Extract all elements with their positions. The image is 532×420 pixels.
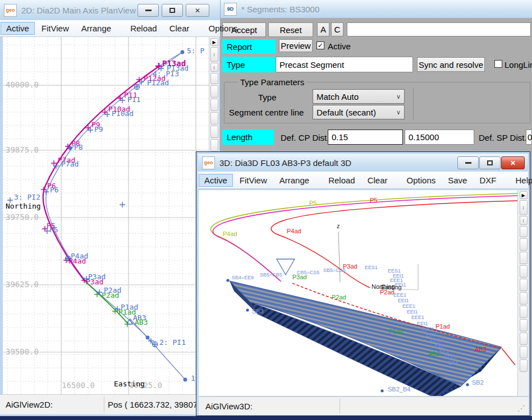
- a-button[interactable]: A: [317, 22, 329, 36]
- expand-toolbar-button[interactable]: ▶: [520, 191, 528, 199]
- point-label: 3: PI2: [14, 193, 40, 201]
- centre-line-value: Default (secant): [317, 108, 376, 117]
- minimize-button[interactable]: [137, 4, 159, 17]
- axis-triad: [338, 232, 418, 290]
- type-value-field[interactable]: Precast Segment: [276, 57, 413, 72]
- view3d-statusbar: AiGlView3D: ⋰: [199, 396, 529, 415]
- sync-and-resolve-button[interactable]: Sync and resolve: [417, 57, 485, 72]
- view3d-canvas[interactable]: P5P5P4adP4adzP3adEES1EES1EEt1EEE1EEt1SB4…: [199, 190, 517, 396]
- close-button[interactable]: ✕: [186, 4, 209, 17]
- menu-item-reload[interactable]: Reload: [125, 22, 163, 35]
- cp-dist-resolved-field: 0.15000: [405, 130, 474, 145]
- point-label: P4ad: [68, 257, 86, 265]
- segments-titlebar[interactable]: 9D * Segments: BS3000: [220, 0, 532, 18]
- model-label: EEt1: [417, 321, 428, 326]
- point-label: P12ad: [147, 79, 169, 86]
- tool-slot-button[interactable]: [520, 333, 528, 345]
- model-label: AB3: [475, 347, 487, 353]
- tool-slot-button[interactable]: [520, 252, 528, 264]
- toolbar-text-field[interactable]: [347, 22, 531, 36]
- model-label: P4ad: [287, 228, 301, 234]
- tool-slider[interactable]: [520, 226, 528, 237]
- menu-item-arrange[interactable]: Arrange: [76, 22, 117, 35]
- model-label: SB2: [472, 380, 484, 386]
- model-label: AB3: [428, 351, 440, 357]
- tool-slot-button[interactable]: [210, 112, 218, 124]
- y-axis-tick-label: 39500.0: [6, 347, 39, 356]
- point-label: P9: [94, 126, 103, 133]
- tool-slider[interactable]: [210, 73, 218, 84]
- c-button[interactable]: C: [331, 22, 343, 36]
- menu-item-help[interactable]: Help: [510, 174, 532, 187]
- model-label: EEE1: [411, 315, 424, 320]
- bridge-deck: [230, 281, 502, 396]
- view3d-window[interactable]: geo 3D: Dia3D FL03 AB3-P3 default 3D ✕ A…: [196, 151, 530, 416]
- menu-item-save[interactable]: Save: [442, 174, 473, 187]
- type-parameters-legend: Type Parameters: [238, 77, 306, 87]
- model-label: EEE1: [393, 293, 406, 298]
- reset-button[interactable]: Reset: [268, 22, 313, 37]
- point-marker: [146, 336, 150, 340]
- longline-checkbox[interactable]: [494, 60, 502, 68]
- tool-button-dots[interactable]: ⁝: [520, 200, 528, 215]
- menu-item-arrange[interactable]: Arrange: [274, 174, 315, 187]
- match-type-dropdown[interactable]: Match Auto ∨: [313, 89, 405, 104]
- tool-slot-button[interactable]: [520, 346, 528, 358]
- close-button[interactable]: ✕: [501, 156, 525, 169]
- maximize-button[interactable]: [479, 156, 501, 169]
- planview-menubar: ActiveFitViewArrangeReloadClearOptions: [0, 20, 220, 37]
- tool-button-dots[interactable]: ⁝: [210, 47, 218, 62]
- planview-plot-canvas[interactable]: 5: PP13adP13ad4: PI3P12adP12adP11P11P10a…: [3, 37, 209, 394]
- def-sp-dist-label: Def. SP Dist.: [479, 133, 527, 142]
- tool-slot-button[interactable]: [210, 139, 218, 151]
- alignment-curves: [43, 52, 185, 380]
- point-label: P3ad: [86, 278, 103, 285]
- tool-slot-button[interactable]: [210, 99, 218, 111]
- menu-item-options[interactable]: Options: [203, 22, 244, 35]
- minimize-button[interactable]: [457, 156, 479, 169]
- menu-item-dxf[interactable]: DXF: [474, 174, 502, 187]
- tool-slot-button[interactable]: [520, 359, 528, 372]
- view3d-status-label: AiGlView3D:: [205, 401, 253, 411]
- menu-item-fitview[interactable]: FitView: [36, 22, 75, 35]
- active-checkbox[interactable]: ✓: [317, 41, 324, 49]
- menu-item-options[interactable]: Options: [401, 174, 442, 187]
- tool-slot-button[interactable]: [520, 279, 528, 291]
- menu-item-clear[interactable]: Clear: [362, 174, 393, 187]
- chevron-down-icon: ∨: [396, 109, 401, 116]
- menu-item-fitview[interactable]: FitView: [234, 174, 273, 187]
- model-label: P2ad: [380, 289, 395, 296]
- tool-slot-button[interactable]: [520, 265, 528, 278]
- centre-line-dropdown[interactable]: Default (secant) ∨: [313, 105, 405, 119]
- tool-slot-button[interactable]: [520, 292, 528, 304]
- menu-item-clear[interactable]: Clear: [164, 22, 195, 35]
- planview-2d-window[interactable]: geo 2D: Dia2D Main Axis PlanView ✕ Activ…: [0, 0, 221, 416]
- cp-dist-input[interactable]: 0.15: [328, 130, 403, 145]
- centre-line-label: Segment centre line: [229, 108, 304, 117]
- expand-toolbar-button[interactable]: ▶: [210, 38, 218, 46]
- point-label: P8: [74, 144, 83, 151]
- tool-slot-button[interactable]: [520, 238, 528, 251]
- tool-slot-button[interactable]: [210, 126, 218, 138]
- menu-item-active[interactable]: Active: [199, 174, 233, 187]
- menu-item-active[interactable]: Active: [1, 22, 35, 35]
- model-label: EEE4: [430, 338, 443, 343]
- model-label: z: [337, 223, 340, 229]
- tool-slot-button[interactable]: [520, 306, 528, 318]
- resize-grip[interactable]: ⋰: [517, 404, 525, 413]
- tool-slot-button[interactable]: [520, 319, 528, 331]
- menu-item-reload[interactable]: Reload: [323, 174, 361, 187]
- def-cp-dist-label: Def. CP Dist.: [281, 133, 329, 142]
- preview-button[interactable]: Preview: [279, 39, 313, 52]
- tool-slot-button[interactable]: [210, 85, 218, 98]
- y-axis-tick-label: 39625.0: [6, 280, 39, 289]
- model-label: EES1: [365, 265, 378, 270]
- point-label: P11: [127, 96, 140, 103]
- sp-dist-input[interactable]: 0: [526, 130, 532, 145]
- tool-button-dots[interactable]: ⁝: [210, 63, 218, 72]
- point-marker: [181, 50, 185, 54]
- model-label: SB3: [252, 308, 264, 315]
- model-label: P5: [309, 200, 317, 206]
- maximize-button[interactable]: [162, 4, 183, 17]
- tool-button-dots[interactable]: ⁝: [520, 216, 528, 225]
